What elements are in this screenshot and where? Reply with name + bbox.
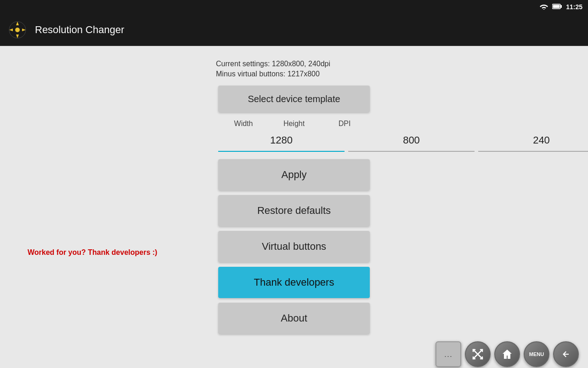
status-time: 11:25 bbox=[566, 3, 582, 11]
battery-icon bbox=[552, 3, 562, 11]
inputs-row bbox=[218, 130, 370, 152]
home-button[interactable] bbox=[494, 341, 520, 367]
menu-button[interactable]: MENU bbox=[524, 341, 549, 367]
dots-icon: ... bbox=[444, 350, 452, 359]
height-input[interactable] bbox=[348, 130, 475, 152]
dpi-label: DPI bbox=[319, 120, 370, 128]
side-note: Worked for you? Thank developers :) bbox=[28, 248, 157, 257]
thank-developers-button[interactable]: Thank developers bbox=[218, 267, 370, 298]
cross-button[interactable] bbox=[465, 341, 491, 367]
menu-label: MENU bbox=[529, 351, 544, 357]
width-label: Width bbox=[218, 120, 269, 128]
field-labels-row: Width Height DPI bbox=[218, 120, 370, 128]
wifi-icon bbox=[539, 3, 548, 11]
svg-point-8 bbox=[15, 28, 20, 32]
svg-rect-2 bbox=[553, 5, 560, 8]
back-button[interactable] bbox=[553, 341, 579, 367]
nav-bar: ... bbox=[0, 340, 588, 368]
restore-defaults-button[interactable]: Restore defaults bbox=[218, 195, 370, 226]
select-template-button[interactable]: Select device template bbox=[218, 86, 370, 112]
main-content: Current settings: 1280x800, 240dpi Minus… bbox=[0, 46, 588, 368]
dpi-input[interactable] bbox=[478, 130, 588, 152]
dots-button[interactable]: ... bbox=[435, 341, 461, 367]
status-bar: 11:25 bbox=[0, 0, 588, 14]
width-input[interactable] bbox=[218, 130, 345, 152]
svg-line-9 bbox=[473, 350, 478, 354]
center-panel: Current settings: 1280x800, 240dpi Minus… bbox=[216, 60, 372, 339]
svg-line-12 bbox=[478, 354, 482, 359]
svg-rect-1 bbox=[560, 5, 562, 8]
height-label: Height bbox=[269, 120, 319, 128]
svg-line-10 bbox=[478, 350, 482, 354]
apply-button[interactable]: Apply bbox=[218, 159, 370, 190]
app-title: Resolution Changer bbox=[35, 24, 124, 36]
virtual-buttons-button[interactable]: Virtual buttons bbox=[218, 231, 370, 262]
about-button[interactable]: About bbox=[218, 303, 370, 334]
svg-line-11 bbox=[473, 354, 478, 359]
minus-virtual-text: Minus virtual buttons: 1217x800 bbox=[216, 70, 372, 78]
current-settings-text: Current settings: 1280x800, 240dpi bbox=[216, 60, 372, 68]
app-bar: Resolution Changer bbox=[0, 14, 588, 46]
app-icon bbox=[7, 20, 28, 40]
